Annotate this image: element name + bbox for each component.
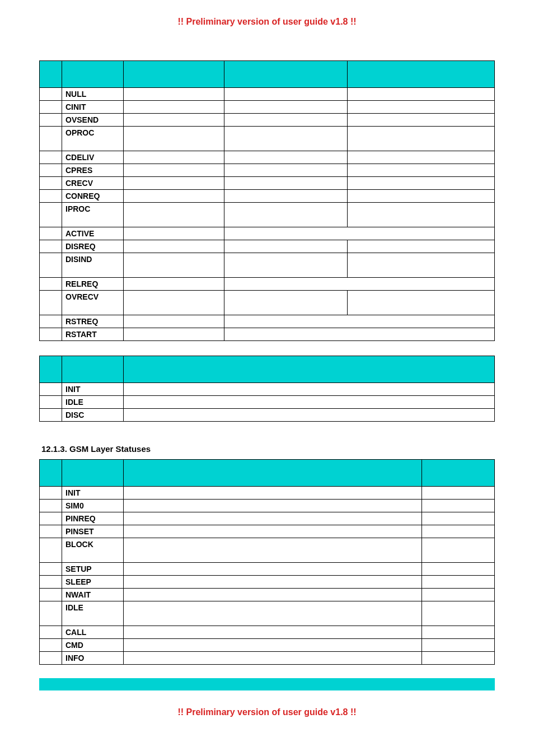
table-cell <box>124 563 422 576</box>
table-cell <box>124 396 495 409</box>
table-cell <box>40 127 62 151</box>
table-cell <box>124 525 422 538</box>
table-row: ACTIVE <box>40 227 495 240</box>
table-row: IDLE <box>40 396 495 409</box>
table-cell <box>348 101 495 114</box>
table-cell <box>40 328 62 341</box>
table-gsm-statuses: INITSIM0PINREQPINSETBLOCKSETUPSLEEPNWAIT… <box>39 459 495 665</box>
table-cell <box>124 512 422 525</box>
status-code: ACTIVE <box>62 227 124 240</box>
status-code: OVRECV <box>62 291 124 315</box>
status-code: SIM0 <box>62 500 124 512</box>
status-code: CRECV <box>62 177 124 190</box>
table-row: DISREQ <box>40 240 495 253</box>
table-cell <box>124 576 422 589</box>
table-cell <box>124 164 224 177</box>
table-cell <box>422 601 495 626</box>
status-code: CALL <box>62 626 124 639</box>
table-cell <box>422 626 495 639</box>
table-cell <box>40 409 62 422</box>
page-header-banner: !! Preliminary version of user guide v1.… <box>39 17 495 27</box>
table-cell <box>348 127 495 151</box>
table-row: OVSEND <box>40 114 495 127</box>
status-code: CINIT <box>62 101 124 114</box>
table-cell <box>124 601 422 626</box>
table-row: DISC <box>40 409 495 422</box>
status-code: PINSET <box>62 525 124 538</box>
table-cell <box>124 652 422 665</box>
table-cell <box>124 240 224 253</box>
table-cell <box>224 278 495 291</box>
table-cell <box>224 127 348 151</box>
table-cell <box>224 227 495 240</box>
table-cell <box>348 203 495 227</box>
table-cell <box>40 589 62 601</box>
table-cell <box>422 589 495 601</box>
table-cell <box>40 278 62 291</box>
table-row: CRECV <box>40 177 495 190</box>
table-call-states: NULLCINITOVSENDOPROCCDELIVCPRESCRECVCONR… <box>39 60 495 341</box>
table-cell <box>124 253 224 278</box>
table-row: INFO <box>40 652 495 665</box>
table-header <box>40 460 62 487</box>
table-cell <box>124 127 224 151</box>
table-row: CINIT <box>40 101 495 114</box>
table-cell <box>224 203 348 227</box>
status-code: INFO <box>62 652 124 665</box>
status-code: NULL <box>62 88 124 101</box>
table-cell <box>40 487 62 500</box>
table-cell <box>40 151 62 164</box>
table-row: INIT <box>40 383 495 396</box>
status-code: DISIND <box>62 253 124 278</box>
table-cell <box>124 177 224 190</box>
table-cell <box>124 291 224 315</box>
table-row: SLEEP <box>40 576 495 589</box>
table-cell <box>40 525 62 538</box>
table-cell <box>224 164 348 177</box>
table-cell <box>40 563 62 576</box>
table-cell <box>40 227 62 240</box>
status-code: DISC <box>62 409 124 422</box>
status-code: OPROC <box>62 127 124 151</box>
table-cell <box>348 164 495 177</box>
table-cell <box>348 190 495 203</box>
table-cell <box>422 538 495 563</box>
table-cell <box>40 626 62 639</box>
status-code: IDLE <box>62 396 124 409</box>
table-cell <box>422 500 495 512</box>
table-cell <box>224 177 348 190</box>
status-code: PINREQ <box>62 512 124 525</box>
table-header-row <box>40 61 495 88</box>
status-code: CPRES <box>62 164 124 177</box>
table-header <box>62 460 124 487</box>
table-cell <box>224 151 348 164</box>
table-cell <box>348 88 495 101</box>
table-header-row <box>40 356 495 383</box>
table-row: DISIND <box>40 253 495 278</box>
table-header-row <box>40 460 495 487</box>
status-code: NWAIT <box>62 589 124 601</box>
table-row: RSTREQ <box>40 315 495 328</box>
table-row: CONREQ <box>40 190 495 203</box>
table-row: SIM0 <box>40 500 495 512</box>
table-cell <box>40 88 62 101</box>
table-cell <box>124 88 224 101</box>
table-cell <box>422 563 495 576</box>
table-cell <box>124 203 224 227</box>
table-cell <box>124 589 422 601</box>
status-code: BLOCK <box>62 538 124 563</box>
table-cell <box>124 639 422 652</box>
table-cell <box>224 190 348 203</box>
table-cell <box>422 525 495 538</box>
table-cell <box>124 538 422 563</box>
table-cell <box>224 315 495 328</box>
status-code: SETUP <box>62 563 124 576</box>
table-header <box>40 356 62 383</box>
table-cell <box>40 500 62 512</box>
table-cell <box>124 151 224 164</box>
table-cell <box>40 538 62 563</box>
table-cell <box>40 164 62 177</box>
table-cell <box>40 190 62 203</box>
table-header <box>124 356 495 383</box>
table-cell <box>422 487 495 500</box>
